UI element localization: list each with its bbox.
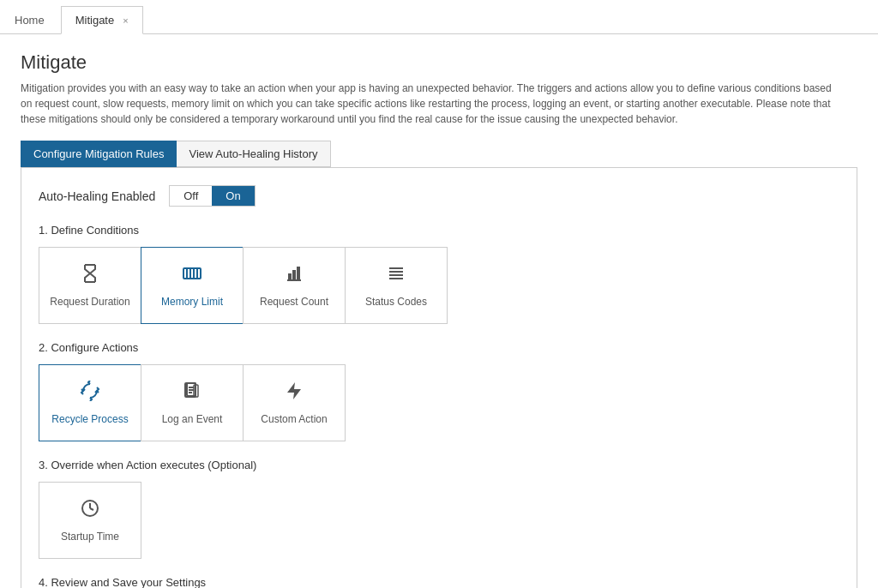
card-recycle-process[interactable]: Recycle Process [39,364,141,441]
toggle-off-btn[interactable]: Off [170,186,212,206]
svg-rect-7 [292,270,296,280]
tab-mitigate[interactable]: Mitigate × [61,6,143,34]
define-conditions-heading: 1. Define Conditions [39,224,839,237]
card-status-codes-label: Status Codes [365,296,427,308]
auto-healing-label: Auto-Healing Enabled [39,189,155,203]
card-memory-limit[interactable]: Memory Limit [141,247,244,324]
subnav-tab-history[interactable]: View Auto-Healing History [177,141,330,167]
lightning-icon [284,381,304,406]
subnav-tab-configure[interactable]: Configure Mitigation Rules [21,141,177,167]
auto-healing-row: Auto-Healing Enabled Off On [39,185,839,207]
auto-healing-toggle[interactable]: Off On [169,185,255,207]
card-log-event[interactable]: Log an Event [141,364,244,441]
card-custom-action[interactable]: Custom Action [243,364,346,441]
page-title: Mitigate [21,51,857,74]
tab-mitigate-label: Mitigate [75,14,115,27]
hourglass-icon [80,263,100,289]
card-custom-action-label: Custom Action [261,413,327,425]
define-conditions-cards: Request Duration Memory Limit [39,247,839,324]
tab-mitigate-close[interactable]: × [123,15,128,26]
card-log-event-label: Log an Event [162,413,223,425]
card-request-duration-label: Request Duration [50,296,129,308]
list-icon [386,263,406,289]
card-recycle-process-label: Recycle Process [51,413,128,425]
configure-actions-cards: Recycle Process Log an Event [39,364,839,441]
card-startup-time[interactable]: Startup Time [39,482,141,559]
tab-home-label: Home [15,14,45,27]
override-cards: Startup Time [39,482,839,559]
svg-line-22 [90,508,93,510]
configure-panel: Auto-Healing Enabled Off On 1. Define Co… [21,167,857,588]
card-status-codes[interactable]: Status Codes [345,247,448,324]
tab-home[interactable]: Home [0,6,59,33]
card-startup-time-label: Startup Time [61,531,119,543]
tab-bar: Home Mitigate × [0,0,878,34]
toggle-on-btn[interactable]: On [212,186,254,206]
card-request-count[interactable]: Request Count [243,247,346,324]
recycle-icon [80,381,100,406]
memory-icon [182,263,202,289]
svg-marker-19 [287,382,301,399]
clock-icon [80,498,100,524]
card-request-duration[interactable]: Request Duration [39,247,141,324]
main-content: Mitigate Mitigation provides you with an… [0,34,878,588]
log-icon [182,381,202,406]
card-request-count-label: Request Count [260,296,328,308]
svg-rect-8 [297,267,300,280]
configure-actions-heading: 2. Configure Actions [39,341,839,354]
card-memory-limit-label: Memory Limit [161,296,223,308]
override-heading: 3. Override when Action executes (Option… [39,459,839,471]
bar-chart-icon [284,263,304,289]
review-heading: 4. Review and Save your Settings [39,576,839,588]
page-description: Mitigation provides you with an easy way… [21,81,844,127]
svg-rect-6 [288,273,292,280]
subnav: Configure Mitigation Rules View Auto-Hea… [21,141,857,167]
